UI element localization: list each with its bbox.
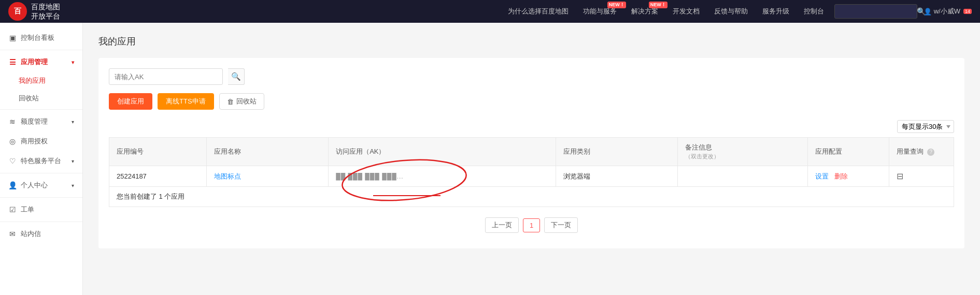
table-top-right: 每页显示30条 每页显示10条 每页显示20条 每页显示50条 bbox=[109, 120, 954, 133]
info-row: 您当前创建了 1 个应用 bbox=[109, 187, 954, 207]
user-menu[interactable]: 👤 w/小威W 14 bbox=[924, 7, 972, 16]
sidebar-label-app-mgmt: 应用管理 bbox=[21, 57, 48, 67]
cell-note bbox=[678, 166, 808, 187]
ak-input[interactable] bbox=[109, 73, 222, 81]
recycle-button[interactable]: 🗑 回收站 bbox=[219, 93, 264, 110]
personal-icon: 👤 bbox=[8, 181, 17, 189]
cell-usage: ⊟ bbox=[889, 166, 954, 187]
main-content: 我的应用 🔍 创建应用 离线TTS申请 🗑 回收站 bbox=[83, 23, 980, 295]
sidebar-item-recycle[interactable]: 回收站 bbox=[0, 90, 82, 107]
col-header-note: 备注信息 （双击更改） bbox=[678, 138, 808, 166]
col-note-sub: （双击更改） bbox=[685, 153, 719, 159]
sidebar-item-app-mgmt[interactable]: ☰ 应用管理 ▾ bbox=[0, 52, 82, 72]
cell-num: 25224187 bbox=[109, 166, 207, 187]
per-page-select[interactable]: 每页显示30条 每页显示10条 每页显示20条 每页显示50条 bbox=[897, 120, 954, 133]
cell-ak: ██ ███ ███ ███... bbox=[329, 166, 556, 187]
cell-name: 地图标点 bbox=[207, 166, 329, 187]
quota-chevron: ▾ bbox=[72, 119, 74, 125]
usage-icon[interactable]: ⊟ bbox=[897, 172, 903, 181]
biz-auth-icon: ◎ bbox=[8, 137, 17, 145]
sidebar-label-personal: 个人中心 bbox=[21, 181, 48, 190]
sidebar-label-dashboard: 控制台看板 bbox=[21, 33, 54, 42]
config-set-link[interactable]: 设置 bbox=[815, 172, 829, 180]
logo-text: 百度地图 开放平台 bbox=[31, 2, 60, 21]
nav-link[interactable]: 控制台 bbox=[804, 7, 824, 16]
layout: ▣ 控制台看板 ☰ 应用管理 ▾ 我的应用 回收站 ≋ 额度管理 ▾ ◎ 商用授… bbox=[0, 23, 980, 295]
tts-button[interactable]: 离线TTS申请 bbox=[158, 93, 214, 110]
sidebar-label-inbox: 站内信 bbox=[21, 229, 41, 239]
sidebar-label-special-svc: 特色服务平台 bbox=[21, 156, 61, 166]
sidebar-item-work-order[interactable]: ☑ 工单 bbox=[0, 200, 82, 219]
app-table: 应用编号 应用名称 访问应用（AK） 应用类别 备注信息 （双击更改） 应用配置 bbox=[109, 137, 954, 207]
sidebar-label-quota: 额度管理 bbox=[21, 117, 48, 126]
user-icon: 👤 bbox=[924, 8, 932, 16]
sidebar-item-my-apps[interactable]: 我的应用 bbox=[0, 72, 82, 90]
nav-link[interactable]: 功能与服务NEW！ bbox=[583, 7, 617, 16]
ak-search-button[interactable]: 🔍 bbox=[228, 68, 245, 85]
nav-link[interactable]: 解决方案NEW！ bbox=[631, 7, 658, 16]
app-mgmt-icon: ☰ bbox=[8, 58, 17, 66]
recycle-icon: 🗑 bbox=[227, 98, 234, 106]
create-app-button[interactable]: 创建应用 bbox=[109, 93, 152, 110]
col-header-ak: 访问应用（AK） bbox=[329, 138, 556, 166]
nav-search-input[interactable] bbox=[839, 8, 917, 15]
username: w/小威W bbox=[934, 7, 960, 16]
current-page-button[interactable]: 1 bbox=[523, 218, 540, 232]
app-mgmt-chevron: ▾ bbox=[72, 60, 74, 65]
nav-link[interactable]: 为什么选择百度地图 bbox=[508, 7, 569, 16]
user-notification-badge: 14 bbox=[963, 9, 972, 14]
col-header-config: 应用配置 bbox=[807, 138, 889, 166]
personal-chevron: ▾ bbox=[72, 183, 74, 188]
col-note-label: 备注信息 bbox=[685, 143, 712, 151]
usage-help-icon[interactable]: ? bbox=[927, 149, 934, 156]
col-header-name: 应用名称 bbox=[207, 138, 329, 166]
ak-input-wrap[interactable] bbox=[109, 68, 223, 85]
table-wrapper: 应用编号 应用名称 访问应用（AK） 应用类别 备注信息 （双击更改） 应用配置 bbox=[109, 137, 954, 207]
recycle-label: 回收站 bbox=[236, 97, 257, 106]
action-buttons: 创建应用 离线TTS申请 🗑 回收站 bbox=[109, 93, 954, 110]
sidebar-item-dashboard[interactable]: ▣ 控制台看板 bbox=[0, 28, 82, 48]
table-body: 25224187 地图标点 ██ ███ ███ ███... 浏览器端 设置 bbox=[109, 166, 954, 207]
top-nav-right: 🔍 👤 w/小威W 14 bbox=[834, 4, 972, 19]
work-order-icon: ☑ bbox=[8, 205, 17, 214]
inbox-icon: ✉ bbox=[8, 230, 17, 238]
logo-icon: 百 bbox=[8, 2, 27, 21]
sidebar-label-biz-auth: 商用授权 bbox=[21, 137, 48, 146]
logo[interactable]: 百 百度地图 开放平台 bbox=[8, 2, 60, 21]
top-nav: 百 百度地图 开放平台 为什么选择百度地图功能与服务NEW！解决方案NEW！开发… bbox=[0, 0, 980, 23]
special-svc-icon: ♡ bbox=[8, 157, 17, 165]
sidebar-item-special-svc[interactable]: ♡ 特色服务平台 ▾ bbox=[0, 151, 82, 171]
nav-link[interactable]: 服务升级 bbox=[762, 7, 789, 16]
page-title: 我的应用 bbox=[98, 35, 964, 48]
pagination: 上一页 1 下一页 bbox=[109, 207, 954, 238]
sidebar-item-inbox[interactable]: ✉ 站内信 bbox=[0, 224, 82, 244]
col-header-category: 应用类别 bbox=[556, 138, 678, 166]
sidebar-item-biz-auth[interactable]: ◎ 商用授权 bbox=[0, 131, 82, 151]
quota-icon: ≋ bbox=[8, 117, 17, 126]
divider-1 bbox=[0, 50, 82, 50]
sidebar-item-quota-mgmt[interactable]: ≋ 额度管理 ▾ bbox=[0, 112, 82, 131]
sidebar-item-personal[interactable]: 👤 个人中心 ▾ bbox=[0, 175, 82, 195]
divider-2 bbox=[0, 109, 82, 110]
next-page-button[interactable]: 下一页 bbox=[544, 217, 578, 233]
config-delete-link[interactable]: 删除 bbox=[834, 172, 848, 180]
nav-link[interactable]: 开发文档 bbox=[673, 7, 700, 16]
ak-value: ██ ███ ███ ███... bbox=[336, 173, 404, 180]
top-nav-links: 为什么选择百度地图功能与服务NEW！解决方案NEW！开发文档反馈与帮助服务升级控… bbox=[508, 7, 824, 16]
app-name-link[interactable]: 地图标点 bbox=[214, 172, 241, 180]
special-svc-chevron: ▾ bbox=[72, 158, 74, 164]
divider-5 bbox=[0, 222, 82, 222]
table-row: 25224187 地图标点 ██ ███ ███ ███... 浏览器端 设置 bbox=[109, 166, 954, 187]
divider-4 bbox=[0, 197, 82, 198]
col-header-usage: 用量查询 ? bbox=[889, 138, 954, 166]
table-header: 应用编号 应用名称 访问应用（AK） 应用类别 备注信息 （双击更改） 应用配置 bbox=[109, 138, 954, 166]
cell-category: 浏览器端 bbox=[556, 166, 678, 187]
divider-3 bbox=[0, 173, 82, 173]
prev-page-button[interactable]: 上一页 bbox=[485, 217, 519, 233]
sidebar-label-work-order: 工单 bbox=[21, 205, 34, 214]
info-text: 您当前创建了 1 个应用 bbox=[109, 187, 954, 207]
content-card: 🔍 创建应用 离线TTS申请 🗑 回收站 每页显示30条 每页显示10条 每页显… bbox=[98, 58, 964, 248]
top-nav-search[interactable]: 🔍 bbox=[834, 4, 917, 19]
cell-config: 设置 删除 bbox=[807, 166, 889, 187]
nav-link[interactable]: 反馈与帮助 bbox=[714, 7, 748, 16]
